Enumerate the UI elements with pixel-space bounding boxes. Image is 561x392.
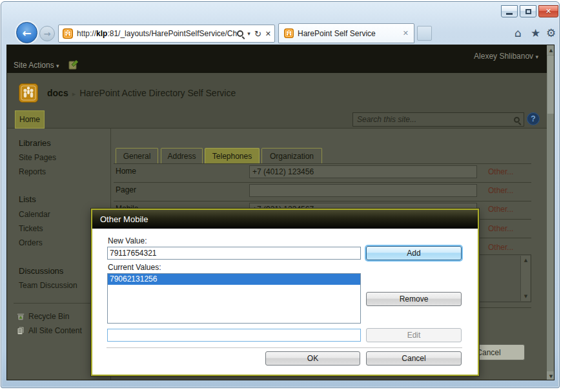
url-text: http://klp:81/_layouts/HarePointSelfServ…	[77, 29, 237, 38]
address-bar[interactable]: http://klp:81/_layouts/HarePointSelfServ…	[58, 25, 275, 43]
current-values-label: Current Values:	[108, 263, 161, 272]
nav-tab-home[interactable]: Home	[15, 110, 45, 129]
form-cancel-label: Cancel	[476, 348, 500, 357]
breadcrumb-arrow-icon: ▸	[68, 90, 80, 98]
new-tab-button[interactable]	[417, 26, 432, 41]
remove-button[interactable]: Remove	[366, 292, 462, 306]
tab-label: Organization	[270, 152, 314, 161]
sidebar-item-orders[interactable]: Orders	[19, 238, 43, 247]
other-link-mobile[interactable]: Other...	[488, 205, 513, 214]
forward-icon: →	[44, 29, 51, 39]
browser-tab[interactable]: HarePoint Self Service ✕	[278, 23, 414, 43]
page-viewport: Site Actions ▾ Alexey Shlibanov ▾ docs▸H…	[6, 45, 555, 380]
harepoint-favicon	[284, 28, 294, 38]
sidebar-item-all-site-content[interactable]: All Site Content	[16, 326, 82, 335]
scroll-up-icon[interactable]: ▲	[521, 258, 531, 263]
other-link-row5[interactable]: Other...	[488, 243, 513, 252]
edit-page-icon[interactable]	[68, 59, 79, 70]
edit-button[interactable]: Edit	[366, 328, 462, 342]
sidebar-header-lists: Lists	[19, 194, 36, 204]
ribbon-bar	[7, 45, 554, 73]
user-menu[interactable]: Alexey Shlibanov ▾	[474, 52, 538, 61]
search-input[interactable]	[357, 115, 514, 124]
help-button[interactable]: ?	[527, 112, 540, 125]
minimize-button[interactable]	[501, 5, 518, 17]
minimize-icon	[506, 13, 513, 15]
page-title: HarePoint Active Directory Self Service	[79, 88, 236, 98]
textarea-scrollbar[interactable]: ▲ ▼	[520, 256, 530, 301]
cancel-button-label: Cancel	[402, 354, 425, 363]
scrollbar-thumb[interactable]	[547, 56, 555, 114]
user-caret-icon: ▾	[535, 54, 538, 60]
recycle-bin-label: Recycle Bin	[28, 312, 69, 321]
ok-button-label: OK	[307, 354, 318, 363]
maximize-icon	[525, 9, 531, 14]
form-tab-telephones[interactable]: Telephones	[205, 148, 260, 163]
back-button[interactable]: ←	[16, 22, 37, 43]
current-values-listbox[interactable]: 79062131256	[107, 273, 361, 324]
row-separator	[114, 201, 531, 201]
site-actions-label: Site Actions	[14, 61, 54, 70]
sidebar-item-site-pages[interactable]: Site Pages	[19, 153, 56, 162]
tab-title: HarePoint Self Service	[298, 29, 376, 38]
sidebar-item-team-discussion[interactable]: Team Discussion	[19, 281, 77, 290]
search-magnifier-icon[interactable]	[514, 117, 520, 123]
site-search-box[interactable]	[352, 112, 524, 127]
home-icon[interactable]: ⌂	[515, 26, 522, 39]
help-icon: ?	[531, 114, 535, 123]
field-input-home[interactable]	[249, 165, 477, 178]
tab-close-icon[interactable]: ✕	[403, 29, 409, 37]
stop-icon[interactable]: ✕	[265, 30, 271, 38]
cancel-button[interactable]: Cancel	[366, 351, 462, 366]
back-icon: ←	[22, 26, 31, 39]
settings-gear-icon[interactable]: ⚙	[546, 26, 556, 39]
remove-button-label: Remove	[400, 294, 429, 304]
screen: ✕ ← → http://klp:81/_layouts/HarePointSe…	[0, 0, 561, 392]
dialog-title-bar[interactable]: Other Mobile	[92, 210, 478, 229]
sidebar-header-libraries: Libraries	[19, 138, 51, 148]
add-button-label: Add	[407, 249, 420, 258]
site-actions-caret-icon: ▾	[56, 63, 59, 69]
sidebar-header-discussions: Discussions	[19, 266, 63, 276]
other-link-row4[interactable]: Other...	[488, 224, 513, 233]
tab-label: Telephones	[212, 152, 252, 161]
maximize-button[interactable]	[520, 5, 536, 17]
page-scrollbar[interactable]: ▲ ▼	[547, 45, 555, 380]
sidebar-item-tickets[interactable]: Tickets	[19, 224, 43, 233]
form-tab-organization[interactable]: Organization	[261, 148, 322, 163]
edit-value-input[interactable]	[107, 329, 361, 342]
field-input-pager[interactable]	[249, 184, 477, 197]
scroll-up-icon[interactable]: ▲	[547, 45, 555, 55]
breadcrumb: docs▸HarePoint Active Directory Self Ser…	[47, 88, 236, 98]
url-prefix: http://	[77, 29, 96, 38]
tab-label: General	[123, 152, 151, 161]
add-button[interactable]: Add	[366, 246, 462, 260]
edit-button-label: Edit	[407, 331, 421, 340]
sidebar-item-reports[interactable]: Reports	[19, 167, 46, 176]
scroll-down-icon[interactable]: ▼	[521, 294, 531, 299]
user-name: Alexey Shlibanov	[474, 52, 533, 61]
all-site-content-label: All Site Content	[28, 326, 82, 335]
form-tab-address[interactable]: Address	[161, 148, 203, 163]
scroll-down-icon[interactable]: ▼	[547, 371, 555, 380]
favorites-star-icon[interactable]: ★	[531, 26, 540, 39]
close-button[interactable]: ✕	[538, 5, 558, 17]
dialog-title: Other Mobile	[100, 214, 148, 224]
ok-button[interactable]: OK	[265, 351, 360, 366]
search-icon[interactable]	[237, 30, 243, 37]
other-link-home[interactable]: Other...	[488, 167, 513, 176]
other-mobile-dialog: Other Mobile New Value: Add Current Valu…	[91, 209, 479, 376]
sidebar-item-recycle-bin[interactable]: Recycle Bin	[16, 312, 69, 321]
breadcrumb-site[interactable]: docs	[47, 88, 68, 98]
refresh-icon[interactable]: ↻	[254, 29, 261, 39]
harepoint-favicon	[63, 28, 73, 39]
other-link-pager[interactable]: Other...	[488, 186, 513, 195]
sidebar-item-calendar[interactable]: Calendar	[19, 210, 50, 219]
list-item-selected[interactable]: 79062131256	[108, 274, 360, 285]
site-actions-menu[interactable]: Site Actions ▾	[14, 61, 59, 70]
site-logo-icon[interactable]	[19, 83, 38, 103]
new-value-input[interactable]	[107, 247, 361, 260]
forward-button[interactable]: →	[39, 26, 55, 41]
form-tab-general[interactable]: General	[116, 148, 158, 163]
chevron-down-icon[interactable]: ▾	[247, 30, 250, 37]
